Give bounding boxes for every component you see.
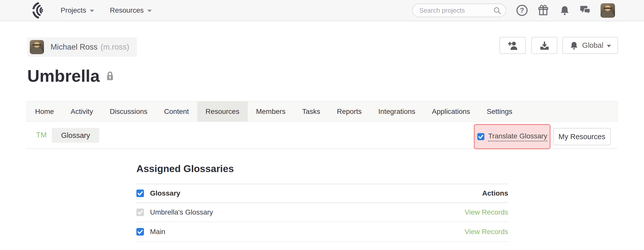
nav-resources-menu[interactable]: Resources: [110, 0, 152, 21]
view-records-link[interactable]: View Records: [465, 228, 508, 236]
project-search: [412, 4, 506, 17]
chevron-down-icon: [90, 10, 94, 12]
nav-projects-label: Projects: [61, 6, 86, 14]
glossary-name: Main: [150, 228, 165, 236]
owner-name: Michael Ross: [51, 43, 97, 52]
help-button[interactable]: ?: [515, 0, 529, 21]
tab-content[interactable]: Content: [156, 101, 197, 121]
view-records-link[interactable]: View Records: [465, 208, 508, 216]
tab-settings[interactable]: Settings: [478, 101, 521, 121]
whats-new-button[interactable]: [536, 0, 551, 21]
global-label: Global: [582, 41, 603, 50]
column-header-actions: Actions: [482, 189, 508, 197]
tab-resources[interactable]: Resources: [197, 101, 248, 121]
notifications-button[interactable]: [557, 0, 572, 21]
tab-home[interactable]: Home: [27, 101, 62, 121]
checkmark-icon: [136, 190, 144, 197]
download-icon: [539, 40, 550, 51]
row-checkbox[interactable]: [136, 228, 144, 236]
checkmark-icon: [477, 133, 484, 140]
tab-integrations[interactable]: Integrations: [370, 101, 424, 121]
owner-username: (m.ross): [101, 43, 129, 52]
lock-icon: [106, 71, 114, 81]
table-header-row: Glossary Actions: [136, 184, 508, 203]
checkmark-icon: [136, 228, 144, 236]
top-bar: Projects Resources ?: [0, 0, 644, 21]
table-row: Main View Records: [136, 222, 508, 242]
add-user-button[interactable]: [500, 37, 526, 54]
tab-activity[interactable]: Activity: [62, 101, 102, 121]
search-icon[interactable]: [493, 6, 502, 15]
row-checkbox-disabled: [136, 209, 144, 216]
chevron-down-icon: [607, 45, 611, 47]
chat-icon: [579, 5, 591, 16]
project-owner-chip[interactable]: Michael Ross (m.ross): [27, 37, 137, 57]
subnav-glossary-tab[interactable]: Glossary: [52, 128, 99, 143]
nav-projects-menu[interactable]: Projects: [61, 0, 94, 21]
glossaries-table: Glossary Actions Umbrella's Glossary Vie…: [136, 184, 508, 242]
tab-reports[interactable]: Reports: [329, 101, 370, 121]
nav-resources-label: Resources: [110, 6, 144, 14]
glossary-name: Umbrella's Glossary: [150, 208, 213, 216]
search-input[interactable]: [413, 4, 506, 17]
tab-discussions[interactable]: Discussions: [101, 101, 156, 121]
column-header-glossary: Glossary: [150, 189, 180, 197]
my-resources-button[interactable]: My Resources: [553, 128, 611, 145]
translate-glossary-link[interactable]: Translate Glossary: [488, 132, 547, 141]
bell-icon: [569, 41, 579, 50]
page-title: Umbrella: [27, 65, 100, 87]
tab-members[interactable]: Members: [248, 101, 294, 121]
checkmark-icon: [136, 209, 144, 216]
gift-icon: [537, 5, 549, 16]
messages-button[interactable]: [578, 0, 592, 21]
select-all-checkbox[interactable]: [136, 190, 144, 197]
translate-glossary-checkbox[interactable]: [477, 133, 484, 140]
download-button[interactable]: [531, 37, 557, 54]
table-row: Umbrella's Glossary View Records: [136, 203, 508, 222]
bell-icon: [559, 5, 570, 16]
title-row: Umbrella: [27, 65, 114, 87]
assigned-glossaries-heading: Assigned Glossaries: [136, 163, 234, 174]
project-tabs: Home Activity Discussions Content Resour…: [27, 101, 617, 122]
tab-tasks[interactable]: Tasks: [294, 101, 329, 121]
add-user-icon: [507, 40, 518, 51]
notification-scope-dropdown[interactable]: Global: [562, 37, 618, 54]
brand-logo-icon[interactable]: [27, 2, 46, 19]
subnav-tm-link[interactable]: TM: [36, 122, 47, 148]
chevron-down-icon: [147, 10, 152, 12]
owner-avatar: [30, 40, 44, 54]
user-avatar[interactable]: [601, 3, 615, 18]
resources-subnav: TM Glossary Translate Glossary My Resour…: [27, 122, 617, 149]
help-icon: ?: [516, 5, 528, 16]
translate-glossary-highlight: Translate Glossary: [474, 124, 551, 149]
tab-applications[interactable]: Applications: [424, 101, 478, 121]
